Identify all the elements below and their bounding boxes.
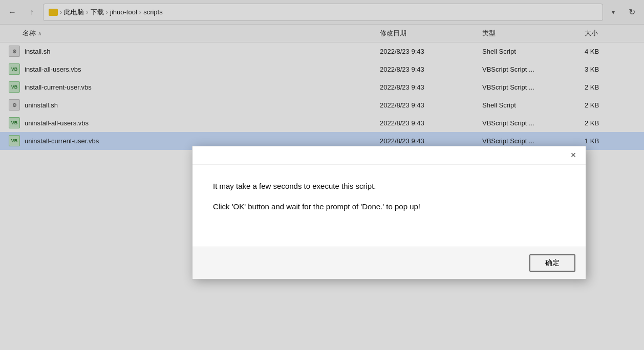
dialog-close-button[interactable]: ×: [566, 148, 581, 163]
dialog: × It may take a few seconds to execute t…: [192, 146, 586, 279]
close-icon: ×: [571, 150, 576, 161]
dialog-overlay: × It may take a few seconds to execute t…: [0, 0, 644, 350]
dialog-line-1: It may take a few seconds to execute thi…: [213, 180, 565, 192]
dialog-ok-button[interactable]: 确定: [529, 254, 575, 272]
dialog-body: It may take a few seconds to execute thi…: [192, 165, 586, 247]
dialog-title-bar: ×: [192, 146, 586, 165]
dialog-footer: 确定: [192, 247, 586, 279]
dialog-line-2: Click 'OK' button and wait for the promp…: [213, 201, 565, 213]
